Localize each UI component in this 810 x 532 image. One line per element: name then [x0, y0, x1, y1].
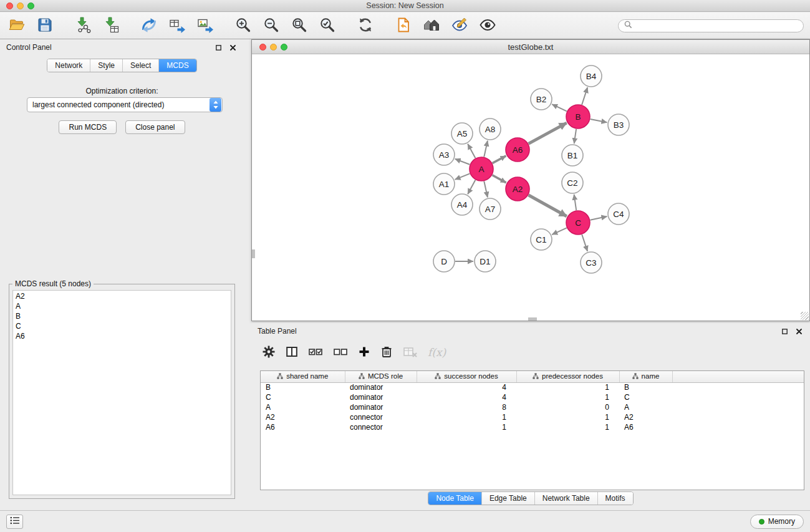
graph-edge-A-A2[interactable]	[493, 175, 506, 183]
import-table-button[interactable]	[100, 15, 122, 36]
graph-node-D[interactable]: D	[433, 251, 455, 272]
graph-edge-C-C1[interactable]	[552, 228, 567, 235]
task-history-button[interactable]	[6, 515, 23, 529]
create-column-button[interactable]	[359, 346, 370, 359]
graph-node-B4[interactable]: B4	[581, 65, 602, 87]
table-cell[interactable]: 1	[516, 422, 619, 432]
select-all-button[interactable]	[309, 346, 323, 360]
table-cell[interactable]: A2	[261, 412, 345, 422]
network-canvas[interactable]: B4B2BB3A5A8A6A3B1AC2A1A2A4A7C4CC1C3DD1	[252, 55, 809, 321]
float-panel-icon[interactable]	[213, 42, 223, 52]
graph-node-D1[interactable]: D1	[475, 251, 496, 272]
mcds-result-item[interactable]: A2	[13, 292, 231, 302]
graph-node-C[interactable]: C	[566, 211, 590, 235]
open-session-button[interactable]	[393, 15, 414, 36]
table-row[interactable]: Bdominator41B	[261, 382, 804, 392]
export-network-button[interactable]	[138, 15, 160, 36]
graph-edge-A-A4[interactable]	[468, 180, 475, 195]
close-network-window-button[interactable]	[259, 44, 266, 51]
zoom-fit-button[interactable]	[289, 15, 310, 36]
table-cell[interactable]: 0	[516, 402, 619, 412]
column-header-successor-nodes[interactable]: successor nodes	[417, 371, 516, 382]
zoom-out-button[interactable]	[261, 15, 282, 36]
control-tab-select[interactable]: Select	[122, 59, 158, 72]
graph-node-A6[interactable]: A6	[506, 138, 529, 162]
graph-edge-A-A5[interactable]	[468, 144, 475, 158]
float-table-panel-icon[interactable]	[779, 326, 789, 336]
search-field[interactable]	[618, 19, 804, 32]
window-titlebar[interactable]: Session: New Session	[0, 0, 810, 12]
graph-node-A2[interactable]: A2	[506, 177, 529, 201]
graph-node-A8[interactable]: A8	[480, 118, 501, 140]
graph-node-A5[interactable]: A5	[451, 123, 473, 144]
close-panel-button[interactable]: Close panel	[125, 120, 185, 134]
mcds-result-item[interactable]: B	[13, 312, 231, 322]
table-tab-edge-table[interactable]: Edge Table	[481, 492, 534, 505]
table-cell[interactable]: 4	[417, 382, 516, 392]
graph-node-A3[interactable]: A3	[433, 144, 455, 165]
table-cell[interactable]: 1	[417, 412, 516, 422]
graph-edge-A-A3[interactable]	[455, 159, 470, 165]
toggle-graphics-details-button[interactable]	[449, 15, 470, 36]
column-header-predecessor-nodes[interactable]: predecessor nodes	[516, 371, 619, 382]
close-table-panel-icon[interactable]	[794, 326, 804, 336]
table-tab-motifs[interactable]: Motifs	[597, 492, 633, 505]
graph-node-A4[interactable]: A4	[451, 194, 473, 215]
network-window-titlebar[interactable]: testGlobe.txt	[252, 40, 809, 54]
table-row[interactable]: A2connector11A2	[261, 412, 804, 422]
graph-node-A[interactable]: A	[470, 157, 493, 181]
graph-edge-A6-B[interactable]	[529, 123, 567, 143]
graph-edge-C-C2[interactable]	[574, 195, 577, 210]
minimize-network-window-button[interactable]	[270, 44, 277, 51]
table-row[interactable]: Adominator80A	[261, 402, 804, 412]
table-cell[interactable]: A6	[261, 422, 345, 432]
search-input[interactable]	[635, 21, 798, 30]
import-network-button[interactable]	[72, 15, 94, 36]
graph-node-A7[interactable]: A7	[480, 198, 501, 220]
mcds-result-item[interactable]: C	[13, 322, 231, 332]
graph-node-B[interactable]: B	[566, 105, 590, 128]
horizontal-scroll-thumb[interactable]	[528, 317, 537, 321]
resize-grip[interactable]	[801, 312, 809, 320]
table-cell[interactable]: 1	[516, 392, 619, 402]
zoom-network-window-button[interactable]	[281, 44, 287, 51]
save-session-button[interactable]	[34, 15, 55, 36]
graph-edge-C-C4[interactable]	[591, 216, 607, 220]
column-header-MCDS-role[interactable]: MCDS role	[345, 371, 417, 382]
table-row[interactable]: Cdominator41C	[261, 392, 804, 402]
graph-edge-B-B3[interactable]	[591, 119, 607, 122]
table-cell[interactable]: 1	[417, 422, 516, 432]
control-tab-style[interactable]: Style	[90, 59, 122, 72]
table-cell[interactable]: 8	[417, 402, 516, 412]
table-cell[interactable]: dominator	[345, 382, 417, 392]
delete-column-button[interactable]	[380, 346, 393, 360]
column-header-name[interactable]: name	[619, 371, 672, 382]
graph-node-C3[interactable]: C3	[581, 252, 602, 273]
show-columns-button[interactable]	[286, 346, 298, 360]
table-cell[interactable]: C	[261, 392, 345, 402]
table-cell[interactable]: 4	[417, 392, 516, 402]
table-cell[interactable]: connector	[345, 422, 417, 432]
graph-node-A1[interactable]: A1	[433, 173, 455, 195]
graph-edge-A-A6[interactable]	[493, 156, 506, 163]
zoom-window-button[interactable]	[27, 2, 34, 9]
network-view[interactable]: B4B2BB3A5A8A6A3B1AC2A1A2A4A7C4CC1C3DD1	[252, 55, 809, 321]
graph-edge-B-B4[interactable]	[582, 87, 587, 105]
graph-edge-C-C3[interactable]	[582, 235, 587, 251]
zoom-in-button[interactable]	[233, 15, 254, 36]
minimize-window-button[interactable]	[17, 2, 24, 9]
memory-button[interactable]: Memory	[750, 515, 804, 529]
control-tab-network[interactable]: Network	[47, 59, 90, 72]
table-cell[interactable]: A	[261, 402, 345, 412]
mcds-result-item[interactable]: A6	[13, 332, 231, 342]
zoom-selected-button[interactable]	[317, 15, 338, 36]
graph-edge-A-A7[interactable]	[484, 181, 488, 198]
table-cell[interactable]: 1	[516, 412, 619, 422]
export-image-button[interactable]	[195, 15, 216, 36]
control-tab-mcds[interactable]: MCDS	[158, 59, 196, 72]
table-cell[interactable]: A	[619, 402, 672, 412]
graph-edge-A-A1[interactable]	[455, 173, 470, 180]
graph-edge-B-B1[interactable]	[574, 129, 576, 143]
table-cell[interactable]: dominator	[345, 392, 417, 402]
graph-node-B1[interactable]: B1	[562, 145, 583, 166]
